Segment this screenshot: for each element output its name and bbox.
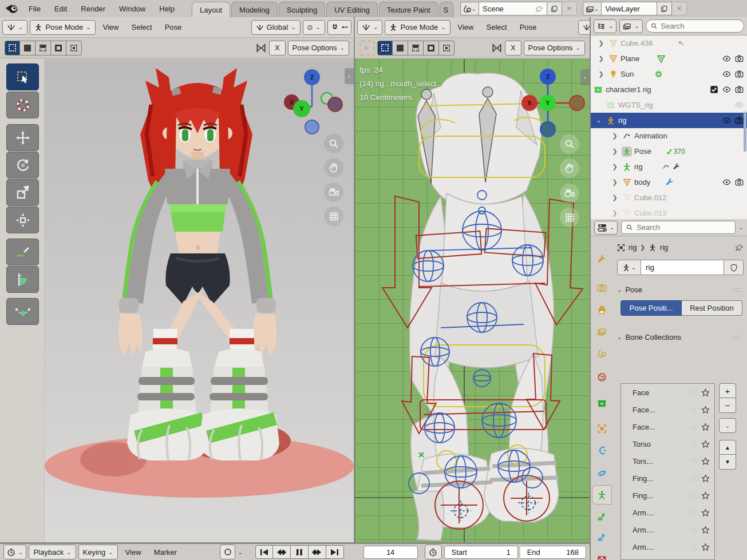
active-tool-indicator[interactable]	[359, 41, 375, 55]
visibility-eye-icon[interactable]	[689, 388, 698, 397]
outliner-row-body[interactable]: ❯ body	[591, 174, 747, 190]
properties-options-chevron[interactable]: ⌄	[739, 224, 744, 231]
tab-tool[interactable]	[592, 250, 611, 268]
outliner-row-pose[interactable]: ❯ Pose 370	[591, 144, 747, 159]
select-mode-invert[interactable]	[51, 41, 66, 55]
editor-type-button[interactable]: ⌄	[2, 20, 27, 35]
bone-collections-list[interactable]: Face Face... Face... Torso	[620, 383, 715, 560]
menu-view[interactable]: View	[98, 23, 124, 31]
bone-collection-row[interactable]: Face...	[621, 418, 714, 435]
solo-star-icon[interactable]	[701, 509, 710, 517]
visibility-eye-icon[interactable]	[689, 406, 698, 414]
visibility-eye-icon[interactable]	[689, 526, 698, 534]
transform-orientation-dropdown-cropped[interactable]	[578, 20, 590, 35]
menu-select[interactable]: Select	[481, 23, 512, 31]
jump-to-start-button[interactable]	[255, 545, 273, 559]
tab-collection[interactable]	[592, 394, 611, 412]
scene-type-dropdown[interactable]: ⌄	[460, 2, 479, 15]
render-camera-icon[interactable]	[735, 85, 744, 94]
visibility-eye-icon[interactable]	[689, 423, 698, 431]
timeline-menu-marker[interactable]: Marker	[149, 548, 182, 557]
tab-texture-paint[interactable]: Texture Paint	[379, 2, 438, 17]
gizmo-y-axis[interactable]: Y	[293, 100, 310, 117]
timeline-editor-type-button[interactable]: ⌄	[3, 545, 26, 559]
ortho-grid-button[interactable]	[324, 206, 343, 226]
zoom-view-button[interactable]	[560, 134, 579, 154]
tool-move[interactable]	[6, 124, 39, 151]
bone-collection-row[interactable]: Tors...	[621, 452, 714, 470]
outliner-row-cube012[interactable]: ❯ Cube.012	[591, 190, 747, 205]
solo-star-icon[interactable]	[701, 423, 710, 431]
move-collection-down-button[interactable]: ▼	[719, 455, 736, 470]
fake-user-shield-button[interactable]	[724, 260, 744, 275]
select-mode-subtract[interactable]	[408, 41, 424, 55]
use-preview-range-toggle[interactable]	[425, 545, 442, 559]
pose-options-dropdown[interactable]: Pose Options⌄	[524, 41, 585, 55]
next-keyframe-button[interactable]	[309, 545, 326, 559]
bone-collection-row[interactable]: Arm....	[621, 555, 714, 560]
x-axis-mirror-icon[interactable]	[491, 42, 503, 54]
bone-collection-row[interactable]: Fing...	[621, 470, 714, 487]
expand-chevron-icon[interactable]: ❯	[610, 132, 619, 140]
expand-chevron-icon[interactable]: ❯	[596, 55, 606, 62]
gizmo-x-neg[interactable]	[327, 97, 343, 112]
tab-shading-partial[interactable]: S	[440, 2, 453, 17]
select-mode-intersect[interactable]	[439, 41, 454, 55]
menu-pose[interactable]: Pose	[160, 23, 187, 31]
bone-collection-row[interactable]: Arm....	[621, 504, 714, 521]
properties-search-input[interactable]	[637, 223, 730, 232]
hide-eye-icon[interactable]	[722, 70, 731, 78]
collection-specials-dropdown[interactable]: ⌄	[719, 418, 736, 433]
outliner-row-rig-data[interactable]: ❯ rig	[591, 159, 747, 174]
select-mode-intersect[interactable]	[66, 41, 82, 55]
add-collection-button[interactable]: +	[719, 383, 736, 398]
tab-output[interactable]	[592, 300, 611, 319]
tab-world[interactable]	[592, 368, 611, 386]
properties-display-dropdown[interactable]: ⌄	[594, 221, 618, 235]
expand-chevron-icon[interactable]: ❯	[610, 163, 619, 170]
bone-collection-row[interactable]: Face...	[621, 401, 714, 418]
render-camera-icon[interactable]	[735, 54, 744, 63]
outliner-scrollbar[interactable]	[744, 112, 746, 152]
pose-options-dropdown[interactable]: Pose Options⌄	[288, 41, 349, 55]
breadcrumb-object[interactable]: rig	[629, 243, 637, 252]
outliner-row-sun[interactable]: ❯ Sun	[591, 66, 747, 82]
auto-keying-toggle[interactable]	[220, 545, 236, 559]
tab-sculpting[interactable]: Sculpting	[279, 2, 325, 17]
jump-to-end-button[interactable]	[326, 545, 344, 559]
tab-physics[interactable]	[592, 464, 611, 482]
breadcrumb-data[interactable]: rig	[660, 243, 668, 252]
solo-star-icon[interactable]	[701, 491, 710, 500]
menu-render[interactable]: Render	[74, 5, 112, 13]
outliner-search[interactable]	[646, 19, 744, 33]
gizmo-y-axis[interactable]: Y	[540, 95, 556, 111]
tab-constraints[interactable]	[592, 441, 611, 459]
visibility-eye-icon[interactable]	[689, 457, 698, 466]
panel-grip-icon[interactable]: ::::	[733, 286, 742, 293]
tool-pose-breakdowner[interactable]	[6, 298, 39, 325]
bone-collections-panel-header[interactable]: ⌄ Bone Collections ::::	[612, 328, 747, 345]
tab-bone[interactable]	[592, 507, 611, 526]
navigation-gizmo[interactable]: Z X Y	[519, 62, 587, 137]
render-camera-icon[interactable]	[735, 178, 744, 186]
expand-chevron-icon[interactable]: ❯	[596, 70, 606, 78]
hide-eye-icon[interactable]	[735, 101, 744, 109]
expand-chevron-icon[interactable]: ❯	[596, 39, 606, 47]
sidebar-toggle-right-viewport[interactable]: ‹	[580, 69, 590, 85]
filter-dropdown[interactable]: ⌄	[619, 19, 642, 33]
render-camera-icon[interactable]	[735, 116, 744, 125]
pan-view-button[interactable]	[560, 158, 579, 178]
tab-object-data[interactable]	[592, 486, 611, 504]
viewlayer-name-field[interactable]: ViewLayer	[601, 2, 657, 15]
outliner-row-cube013[interactable]: ❯ Cube.013	[591, 205, 747, 219]
frame-end-field[interactable]: End 168	[520, 546, 586, 559]
menu-view[interactable]: View	[453, 23, 479, 31]
visibility-eye-icon[interactable]	[689, 509, 698, 517]
tool-scale[interactable]	[6, 179, 39, 206]
camera-view-button[interactable]	[560, 184, 579, 203]
render-camera-icon[interactable]	[735, 70, 744, 78]
tool-3d-cursor[interactable]	[6, 92, 39, 118]
expand-chevron-icon[interactable]: ❯	[610, 194, 619, 201]
menu-window[interactable]: Window	[112, 5, 152, 13]
menu-help[interactable]: Help	[152, 5, 181, 13]
